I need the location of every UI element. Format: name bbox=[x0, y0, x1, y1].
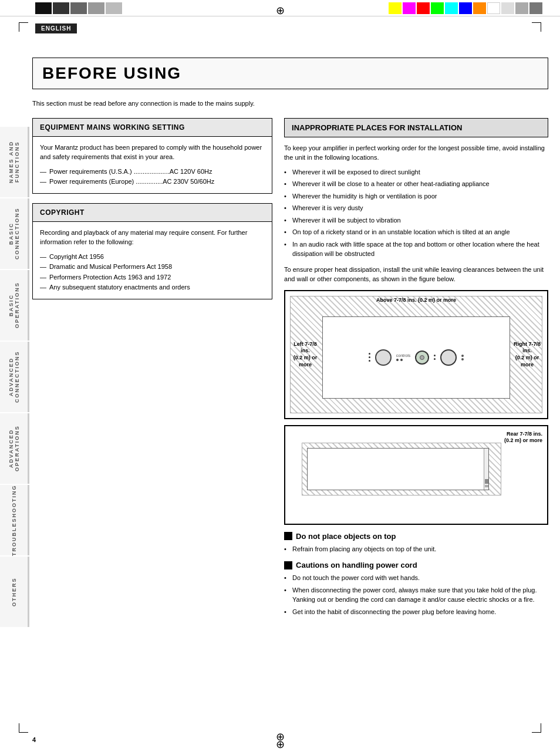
color-block-r6 bbox=[459, 2, 472, 14]
heat-note: To ensure proper heat dissipation, insta… bbox=[284, 265, 548, 284]
copyright-list: Copyright Act 1956 Dramatic and Musical … bbox=[40, 252, 265, 293]
intro-text: This section must be read before any con… bbox=[32, 99, 548, 109]
center-cross-bottom-main: ⊕ bbox=[276, 730, 285, 743]
color-blocks-right bbox=[389, 2, 542, 14]
corner-mark-tr bbox=[532, 22, 541, 32]
list-item: In an audio rack with little space at th… bbox=[284, 240, 548, 259]
left-label: Left 7-7/8 ins.(0.2 m) or more bbox=[290, 341, 321, 368]
right-column: INAPPROPRIATE PLACES FOR INSTALLATION To… bbox=[284, 118, 548, 623]
list-item: Wherever the humidity is high or ventila… bbox=[284, 191, 548, 201]
left-column: EQUIPMENT MAINS WORKING SETTING Your Mar… bbox=[32, 118, 272, 623]
copyright-intro: Recording and playback of any material m… bbox=[40, 228, 265, 247]
clearance-diagram-top: controls bbox=[284, 290, 548, 419]
equipment-body: Your Marantz product has been prepared t… bbox=[40, 143, 265, 162]
two-column-layout: EQUIPMENT MAINS WORKING SETTING Your Mar… bbox=[32, 118, 548, 623]
color-block-r10 bbox=[515, 2, 528, 14]
color-block-r2 bbox=[403, 2, 416, 14]
right-label: Right 7-7/8 ins.(0.2 m) or more bbox=[512, 341, 542, 368]
page-title: BEFORE USING bbox=[42, 64, 538, 83]
rear-label: Rear 7-7/8 ins.(0.2 m) or more bbox=[504, 431, 542, 444]
language-tab: ENGLISH bbox=[35, 23, 77, 33]
sidebar-item-adv-ops: ADVANCED OPERATIONS bbox=[0, 413, 29, 484]
main-content: BEFORE USING This section must be read b… bbox=[32, 16, 548, 622]
do-not-place-list: Refrain from placing any objects on top … bbox=[284, 544, 548, 554]
copyright-section: COPYRIGHT Recording and playback of any … bbox=[32, 203, 272, 299]
corner-mark-br bbox=[532, 723, 541, 733]
color-block-r3 bbox=[417, 2, 430, 14]
sidebar-item-basic-conn: BASIC CONNECTIONS bbox=[0, 198, 29, 269]
list-item: On top of a rickety stand or in an unsta… bbox=[284, 227, 548, 237]
color-block-4 bbox=[88, 2, 104, 14]
equipment-header: EQUIPMENT MAINS WORKING SETTING bbox=[33, 119, 272, 137]
color-block-r1 bbox=[389, 2, 402, 14]
list-item: When disconnecting the power cord, alway… bbox=[284, 585, 548, 605]
do-not-place-header: Do not place objects on top bbox=[284, 532, 548, 541]
sidebar-item-basic-ops: BASIC OPERATIONS bbox=[0, 270, 29, 341]
list-item: Power requirements (U.S.A.) ............… bbox=[40, 167, 265, 177]
list-item: Dramatic and Musical Performers Act 1958 bbox=[40, 262, 265, 272]
list-item: Any subsequent statutory enactments and … bbox=[40, 282, 265, 293]
list-item: Wherever it will be exposed to direct su… bbox=[284, 167, 548, 177]
top-bar bbox=[0, 0, 560, 16]
inappropriate-list: Wherever it will be exposed to direct su… bbox=[284, 167, 548, 259]
sidebar: NAMES AND FUNCTIONS BASIC CONNECTIONS BA… bbox=[0, 0, 29, 755]
color-block-1 bbox=[35, 2, 52, 14]
list-item: Get into the habit of disconnecting the … bbox=[284, 607, 548, 617]
color-blocks-left bbox=[35, 2, 122, 14]
sidebar-item-troubleshoot: TROUBLESHOOTING bbox=[0, 485, 29, 555]
list-item: Power requirements (Europe) ............… bbox=[40, 177, 265, 187]
equipment-content: Your Marantz product has been prepared t… bbox=[33, 137, 272, 193]
black-square-icon bbox=[284, 532, 292, 540]
copyright-content: Recording and playback of any material m… bbox=[33, 222, 272, 299]
color-block-r8 bbox=[487, 2, 500, 14]
color-block-2 bbox=[53, 2, 69, 14]
color-block-r9 bbox=[501, 2, 514, 14]
sidebar-item-adv-conn: ADVANCED CONNECTIONS bbox=[0, 342, 29, 412]
color-block-3 bbox=[70, 2, 87, 14]
color-block-r7 bbox=[473, 2, 486, 14]
cautions-header: Cautions on handling power cord bbox=[284, 561, 548, 569]
above-label: Above 7-7/8 ins. (0.2 m) or more bbox=[322, 297, 510, 303]
list-item: Copyright Act 1956 bbox=[40, 252, 265, 262]
page-title-box: BEFORE USING bbox=[32, 58, 548, 89]
list-item: Wherever it will be subject to vibration bbox=[284, 215, 548, 225]
black-square-icon-2 bbox=[284, 561, 292, 569]
sidebar-item-names: NAMES AND FUNCTIONS bbox=[0, 127, 29, 197]
list-item: Wherever it will be close to a heater or… bbox=[284, 179, 548, 189]
color-block-r5 bbox=[445, 2, 458, 14]
copyright-header: COPYRIGHT bbox=[33, 204, 272, 222]
inappropriate-intro: To keep your amplifier in perfect workin… bbox=[284, 143, 548, 163]
sidebar-item-others: OTHERS bbox=[0, 557, 29, 627]
color-block-r11 bbox=[529, 2, 542, 14]
list-item: Refrain from placing any objects on top … bbox=[284, 544, 548, 554]
color-block-r4 bbox=[431, 2, 444, 14]
equipment-section: EQUIPMENT MAINS WORKING SETTING Your Mar… bbox=[32, 118, 272, 194]
list-item: Wherever it is very dusty bbox=[284, 203, 548, 213]
color-block-5 bbox=[106, 2, 122, 14]
clearance-diagram-side: Rear 7-7/8 ins.(0.2 m) or more bbox=[284, 425, 548, 525]
equipment-list: Power requirements (U.S.A.) ............… bbox=[40, 167, 265, 187]
inappropriate-header: INAPPROPRIATE PLACES FOR INSTALLATION bbox=[284, 118, 548, 137]
list-item: Performers Protection Acts 1963 and 1972 bbox=[40, 272, 265, 283]
cautions-list: Do not touch the power cord with wet han… bbox=[284, 573, 548, 616]
list-item: Do not touch the power cord with wet han… bbox=[284, 573, 548, 583]
page-number: 4 bbox=[32, 736, 36, 743]
